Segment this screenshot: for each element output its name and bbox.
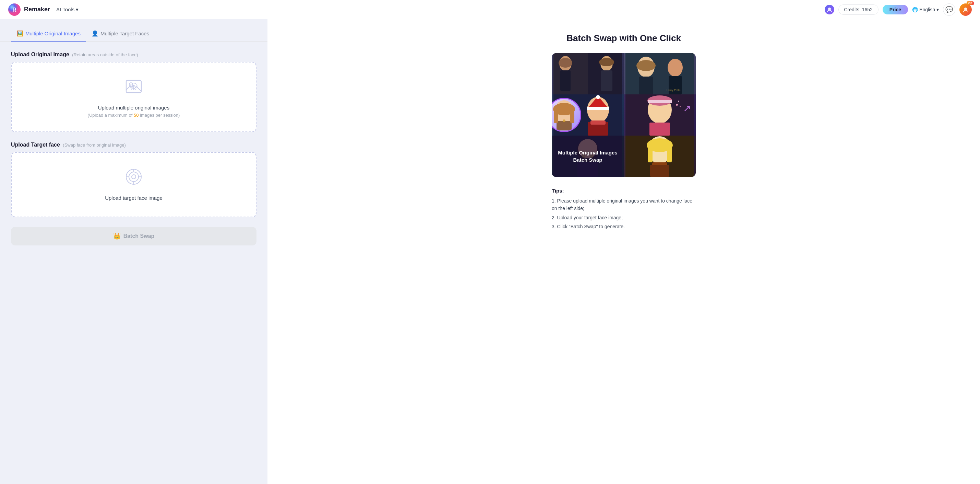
svg-point-35 — [596, 95, 600, 99]
upload-original-main-text: Upload multiple original images — [98, 105, 169, 110]
notification-button[interactable]: 💬 — [943, 3, 955, 16]
language-label: English — [919, 7, 935, 12]
upload-original-sub-text: (Upload a maximum of 50 images per sessi… — [88, 113, 180, 118]
upload-target-subtitle: (Swap face from original image) — [63, 142, 126, 148]
ai-tools-button[interactable]: AI Tools ▾ — [54, 5, 81, 14]
svg-point-9 — [132, 175, 136, 179]
main-layout: 🖼️ Multiple Original Images 👤 Multiple T… — [0, 19, 980, 484]
svg-rect-41 — [570, 109, 574, 123]
svg-point-27 — [668, 59, 683, 77]
upload-target-main-text: Upload target face image — [105, 195, 162, 201]
header-left: R Remaker AI Tools ▾ — [8, 3, 81, 16]
credits-button[interactable]: Credits: 1652 — [838, 5, 878, 15]
demo-grid: Harry Potter — [552, 53, 696, 177]
svg-rect-16 — [560, 70, 571, 91]
chevron-down-icon: ▾ — [937, 7, 939, 12]
header-right: Credits: 1652 Price 🌐 English ▾ 💬 VIP — [825, 3, 972, 16]
svg-text:↗: ↗ — [683, 103, 691, 113]
svg-rect-64 — [650, 165, 669, 177]
upload-original-title: Upload Original Image (Retain areas outs… — [11, 51, 256, 58]
svg-point-26 — [636, 60, 655, 71]
svg-point-21 — [599, 58, 614, 66]
credits-icon — [825, 5, 834, 14]
tab-multiple-target[interactable]: 👤 Multiple Target Faces — [86, 26, 154, 42]
tips-title: Tips: — [552, 188, 696, 193]
overlay-text: Multiple Original Images Batch Swap — [552, 136, 624, 177]
credits-label: Credits: 1652 — [844, 7, 873, 12]
svg-rect-61 — [648, 145, 652, 162]
upload-original-subtitle: (Retain areas outside of the face) — [72, 52, 138, 58]
svg-point-50 — [679, 106, 681, 107]
svg-point-48 — [676, 104, 678, 106]
tab-original-label: Multiple Original Images — [25, 30, 81, 37]
avatar-button[interactable]: VIP — [959, 3, 972, 16]
chevron-down-icon: ▾ — [76, 6, 78, 13]
ai-tools-label: AI Tools — [56, 6, 75, 12]
svg-rect-40 — [554, 109, 558, 123]
upload-target-title: Upload Target face (Swap face from origi… — [11, 142, 256, 148]
remaker-logo: R — [8, 3, 21, 16]
upload-target-icon — [123, 166, 144, 191]
left-panel: 🖼️ Multiple Original Images 👤 Multiple T… — [0, 19, 267, 484]
right-panel-title: Batch Swap with One Click — [284, 33, 964, 43]
svg-rect-38 — [557, 121, 572, 131]
svg-rect-62 — [667, 145, 672, 162]
tip-1: 1. Please upload multiple original image… — [552, 197, 696, 212]
language-button[interactable]: 🌐 English ▾ — [912, 7, 939, 12]
svg-point-17 — [558, 58, 572, 68]
svg-point-49 — [678, 101, 679, 102]
tab-multiple-original[interactable]: 🖼️ Multiple Original Images — [11, 26, 86, 42]
svg-rect-20 — [601, 70, 612, 91]
content-area: Upload Original Image (Retain areas outs… — [0, 42, 267, 255]
upload-target-section: Upload Target face (Swap face from origi… — [11, 142, 256, 217]
tab-target-label: Multiple Target Faces — [100, 30, 149, 37]
svg-rect-46 — [648, 100, 672, 103]
tips-section: Tips: 1. Please upload multiple original… — [552, 188, 696, 231]
svg-rect-47 — [649, 123, 670, 136]
header: R Remaker AI Tools ▾ Credits: 1652 Price… — [0, 0, 980, 19]
batch-swap-label: Batch Swap — [123, 233, 154, 239]
svg-point-3 — [964, 8, 967, 10]
tabs-container: 🖼️ Multiple Original Images 👤 Multiple T… — [0, 19, 267, 42]
price-label: Price — [889, 7, 901, 12]
batch-swap-button[interactable]: 👑 Batch Swap — [11, 227, 256, 246]
svg-point-8 — [129, 172, 138, 182]
svg-rect-25 — [639, 77, 653, 94]
svg-rect-34 — [587, 107, 609, 110]
globe-icon: 🌐 — [912, 7, 918, 12]
tab-original-icon: 🖼️ — [16, 30, 23, 37]
demo-cell-5: Multiple Original Images Batch Swap — [552, 136, 624, 177]
tab-target-icon: 👤 — [92, 30, 99, 37]
svg-rect-36 — [590, 120, 606, 125]
upload-original-section: Upload Original Image (Retain areas outs… — [11, 51, 256, 132]
brand-name: Remaker — [24, 6, 50, 13]
demo-grid-inner: Harry Potter — [552, 53, 696, 177]
vip-badge: VIP — [967, 2, 974, 5]
demo-cell-1 — [552, 53, 624, 94]
svg-point-42 — [563, 120, 565, 122]
crown-icon: 👑 — [113, 232, 121, 240]
demo-cell-2: Harry Potter — [624, 53, 696, 94]
svg-rect-23 — [625, 53, 694, 94]
upload-original-box[interactable]: Upload multiple original images (Upload … — [11, 62, 256, 132]
right-panel: Batch Swap with One Click — [267, 19, 980, 484]
demo-cell-3 — [552, 94, 624, 136]
upload-original-icon — [123, 76, 144, 101]
tip-3: 3. Click "Batch Swap" to generate. — [552, 223, 696, 230]
tip-2: 2. Upload your target face image; — [552, 214, 696, 221]
notification-icon: 💬 — [945, 6, 953, 13]
svg-text:R: R — [12, 7, 16, 13]
demo-cell-6 — [624, 136, 696, 177]
price-button[interactable]: Price — [883, 5, 908, 14]
svg-text:Harry Potter: Harry Potter — [667, 89, 681, 92]
svg-point-2 — [828, 8, 831, 10]
upload-target-box[interactable]: Upload target face image — [11, 152, 256, 217]
demo-cell-4: ↗ — [624, 94, 696, 136]
